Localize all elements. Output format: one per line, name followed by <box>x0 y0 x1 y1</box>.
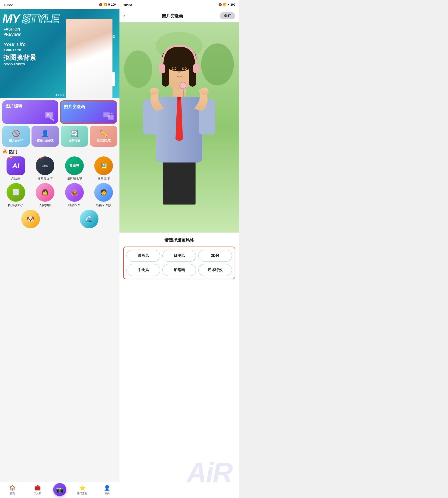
svg-point-8 <box>124 50 152 88</box>
extra2-thumbnail: 🌊 <box>80 210 98 228</box>
left-status-bar: 10:22 🔕 📶 ✖ 100 <box>0 0 119 9</box>
hot-material-icon: ⭐ <box>79 485 85 491</box>
nav-hot-material[interactable]: ⭐ 热门素材 <box>70 485 95 495</box>
watermark-remove-button[interactable]: 🚫 图片去水印 <box>2 126 30 147</box>
manga-icon <box>102 109 114 121</box>
right-status-icons: 🔕 📶 ✖ 100 <box>218 3 235 6</box>
hot-item-watermark-add[interactable]: 改图鸭 图片加水印 <box>61 156 88 181</box>
hero-good-points: GOOD POINTS <box>3 63 25 66</box>
svg-rect-31 <box>183 89 184 98</box>
style-hand-draw[interactable]: 手绘风 <box>127 264 160 276</box>
style-3d-wind[interactable]: 3D风 <box>198 250 232 262</box>
style-pencil[interactable]: 铅笔画 <box>162 264 196 276</box>
hero-woman-body <box>66 19 112 98</box>
left-status-icons: 🔕 📶 ✖ 100 <box>99 3 116 6</box>
image-convert-button[interactable]: 🔄 图片转换 <box>61 126 88 147</box>
hot-item-portrait[interactable]: 👩 人像抠图 <box>32 183 59 207</box>
battery-icon: 100 <box>111 3 116 6</box>
hot-item-id-photo[interactable]: 🧑 智能证件照 <box>90 183 117 207</box>
right-mute-icon: 🔕 <box>218 3 222 6</box>
ai-paint-label: AI绘画 <box>11 177 20 181</box>
girl-photo-svg <box>119 22 239 232</box>
svg-point-26 <box>183 67 186 69</box>
nav-home[interactable]: 🏠 首页 <box>0 485 25 495</box>
convert-label: 图片转换 <box>69 139 80 143</box>
convert-icon: 🔄 <box>70 130 78 137</box>
photo-area <box>119 22 239 232</box>
id-photo-icon: 🧑 <box>100 189 107 196</box>
nav-toolbox-label: 工具箱 <box>33 492 41 495</box>
camera-icon: 📷 <box>56 486 64 493</box>
right-panel: 10:23 🔕 📶 ✖ 100 ‹ 照片变漫画 保存 <box>119 0 239 498</box>
hero-dot <box>56 94 57 96</box>
air-watermark: AiR <box>186 456 232 489</box>
hero-emphasize-text: EMPHASIZE <box>3 49 21 52</box>
hero-title-cn: 抠图换背景 <box>3 53 36 62</box>
nav-home-label: 首页 <box>10 492 15 495</box>
resize-thumbnail: ⬜ <box>7 183 25 202</box>
mute-icon: 🔕 <box>99 3 102 6</box>
image-edit-label: 图片编辑 <box>6 103 55 109</box>
style-section: 请选择漫画风格 漫画风 日漫风 3D风 手绘风 铅笔画 艺术特效 <box>119 232 239 284</box>
photo-to-manga-button[interactable]: 照片变漫画 <box>60 100 117 124</box>
svg-point-29 <box>200 87 208 95</box>
hero-woman-image <box>66 19 112 98</box>
nav-mine-label: 我的 <box>105 492 110 495</box>
hot-title-text: 热门 <box>9 149 17 155</box>
hot-item-object[interactable]: 👜 物品抠图 <box>61 183 88 207</box>
face-restore-button[interactable]: 👤 模糊人脸修复 <box>32 126 59 147</box>
hero-dot <box>58 94 59 96</box>
right-battery-icon: 100 <box>231 3 235 6</box>
save-button[interactable]: 保存 <box>220 12 235 19</box>
right-status-bar: 10:23 🔕 📶 ✖ 100 <box>119 0 239 9</box>
photo-display <box>119 22 239 232</box>
watermark-add-label: 图片加水印 <box>67 177 82 181</box>
id-thumb-text: 证件照 <box>42 164 49 168</box>
hot-item-compress[interactable]: 🖼️ 图片压缩 <box>90 156 117 181</box>
toolbox-icon: 🧰 <box>34 485 41 491</box>
hero-fashion-text: FASHIONPREVIEW <box>3 27 21 37</box>
extra1-icon: 🐶 <box>26 215 34 223</box>
svg-point-28 <box>150 87 158 95</box>
hero-dots <box>56 94 64 96</box>
watermark-add-thumbnail: 改图鸭 <box>65 156 84 175</box>
hot-item-ai-paint[interactable]: NEW AI AI绘画 <box>2 156 29 181</box>
nav-toolbox[interactable]: 🧰 工具箱 <box>25 485 50 495</box>
style-manga-wind[interactable]: 漫画风 <box>127 250 160 262</box>
style-japanese-wind[interactable]: 日漫风 <box>162 250 196 262</box>
id-photo-thumbnail: 🧑 <box>94 183 113 202</box>
hot-section: 🔥 热门 NEW AI AI绘画 NEW 证件照 图片改文字 <box>0 147 119 228</box>
resize-icon: ⬜ <box>12 189 19 196</box>
text-edit-label: 图片改文字 <box>38 177 53 181</box>
portrait-thumbnail: 👩 <box>36 183 54 202</box>
nav-mine[interactable]: 👤 我的 <box>95 485 119 495</box>
right-time: 10:23 <box>123 3 132 7</box>
style-section-title: 请选择漫画风格 <box>123 237 235 243</box>
mine-icon: 👤 <box>104 485 110 491</box>
hero-banner: MY STYLE FASHIONPREVIEW Your Life EMPHAS… <box>0 9 119 98</box>
nav-hot-label: 热门素材 <box>77 492 87 495</box>
hot-item-resize[interactable]: ⬜ 图片改大小 <box>2 183 29 207</box>
hot-item-extra1[interactable]: 🐶 <box>2 210 59 228</box>
eraser-button[interactable]: ✏️ 高级消除笔 <box>90 126 117 147</box>
camera-button[interactable]: 📷 <box>53 483 66 496</box>
back-button[interactable]: ‹ <box>123 13 125 19</box>
edit-icon <box>44 110 56 122</box>
hot-item-extra2[interactable]: 🌊 <box>61 210 117 228</box>
hot-item-text-edit[interactable]: NEW 证件照 图片改文字 <box>32 156 59 181</box>
face-icon: 👤 <box>41 130 49 137</box>
style-art-effects[interactable]: 艺术特效 <box>198 264 232 276</box>
page-title: 照片变漫画 <box>162 13 183 19</box>
hero-dot <box>60 94 62 96</box>
new-badge-ai: NEW <box>7 156 13 159</box>
svg-point-30 <box>180 82 186 89</box>
hot-items-row3: 🐶 🌊 <box>2 210 117 228</box>
hero-my-text: MY <box>2 12 20 26</box>
left-time: 10:22 <box>4 3 13 7</box>
right-wifi-icon: 📶 <box>223 3 226 6</box>
object-label: 物品抠图 <box>68 203 80 207</box>
image-edit-button[interactable]: 图片编辑 <box>2 100 58 124</box>
wifi-icon: 📶 <box>103 3 107 6</box>
object-thumbnail: 👜 <box>65 183 84 202</box>
watermark-label: 图片去水印 <box>9 139 23 143</box>
